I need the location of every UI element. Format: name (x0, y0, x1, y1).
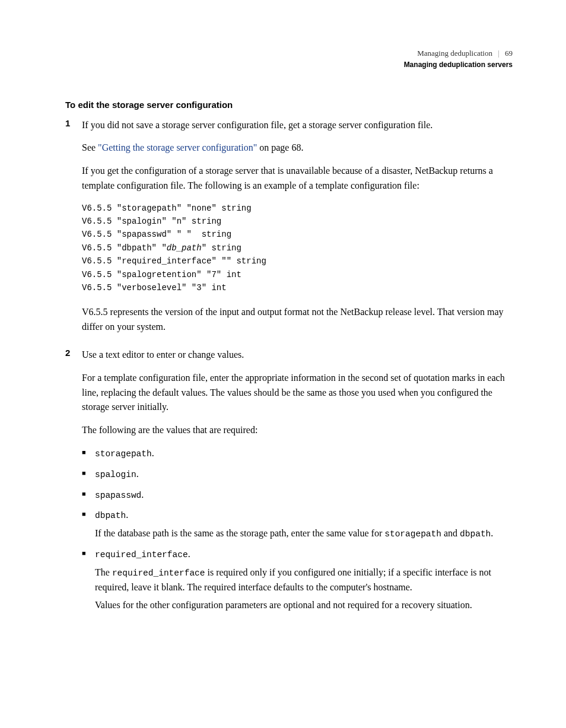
step-2-p1: Use a text editor to enter or change val… (82, 348, 513, 363)
dot: . (141, 489, 144, 500)
step-2: 2 Use a text editor to enter or change v… (65, 348, 513, 619)
chapter-title: Managing deduplication (417, 49, 492, 58)
step-1-p1: If you did not save a storage server con… (82, 118, 513, 133)
step-2-p2: For a template configuration file, enter… (82, 371, 513, 415)
code-line-4a: V6.5.5 "dbpath" " (82, 243, 167, 253)
code-line-6: V6.5.5 "spalogretention" "7" int (82, 270, 241, 279)
section-title-header: Managing deduplication servers (65, 59, 513, 70)
see-prefix: See (82, 142, 98, 152)
list-item-storagepath: storagepath. (82, 446, 513, 461)
ri-note-a: The (95, 567, 112, 577)
step-1: 1 If you did not save a storage server c… (65, 118, 513, 344)
page: Managing deduplication | 69 Managing ded… (0, 0, 566, 728)
dot: . (152, 448, 154, 458)
code-required-interface-inline: required_interface (112, 568, 205, 578)
code-storagepath-inline: storagepath (384, 529, 441, 539)
dot: . (136, 469, 139, 479)
code-line-1: V6.5.5 "storagepath" "none" string (82, 204, 252, 213)
list-item-spapasswd: spapasswd. (82, 488, 513, 503)
step-1-p4: V6.5.5 represents the version of the inp… (82, 305, 513, 335)
step-1-p3: If you get the configuration of a storag… (82, 164, 513, 193)
code-spapasswd: spapasswd (95, 491, 141, 500)
code-spalogin: spalogin (95, 470, 136, 479)
link-getting-storage-config[interactable]: "Getting the storage server configuratio… (98, 142, 257, 152)
header-divider: | (494, 49, 503, 58)
required-interface-note2: Values for the other configuration param… (95, 598, 513, 613)
dot: . (491, 528, 493, 538)
dbpath-note-and: and (441, 528, 460, 538)
dot: . (126, 510, 128, 520)
code-line-4c: " string (202, 243, 241, 253)
dbpath-note: If the database path is the same as the … (95, 526, 513, 541)
page-number: 69 (505, 49, 513, 58)
dbpath-note-a: If the database path is the same as the … (95, 528, 384, 538)
list-item-dbpath: dbpath. If the database path is the same… (82, 508, 513, 541)
code-line-2: V6.5.5 "spalogin" "n" string (82, 217, 221, 226)
code-line-7: V6.5.5 "verboselevel" "3" int (82, 283, 227, 293)
code-dbpath-inline: dbpath (460, 529, 491, 539)
procedure-title: To edit the storage server configuration (65, 100, 513, 110)
step-2-content: Use a text editor to enter or change val… (82, 348, 513, 619)
code-line-3: V6.5.5 "spapasswd" " " string (82, 230, 231, 239)
code-line-4b: db_path (167, 243, 202, 253)
step-number: 2 (65, 348, 82, 619)
step-1-content: If you did not save a storage server con… (82, 118, 513, 344)
required-values-list: storagepath. spalogin. spapasswd. dbpath… (82, 446, 513, 613)
step-1-see-ref: See "Getting the storage server configur… (82, 141, 513, 155)
step-number: 1 (65, 118, 82, 344)
config-template-code: V6.5.5 "storagepath" "none" string V6.5.… (82, 202, 513, 295)
code-storagepath: storagepath (95, 449, 152, 459)
step-2-p3: The following are the values that are re… (82, 423, 513, 438)
header-top-line: Managing deduplication | 69 (65, 47, 513, 59)
page-header: Managing deduplication | 69 Managing ded… (65, 47, 513, 70)
list-item-spalogin: spalogin. (82, 467, 513, 482)
code-line-5: V6.5.5 "required_interface" "" string (82, 256, 266, 266)
code-required-interface: required_interface (95, 550, 188, 559)
required-interface-note1: The required_interface is required only … (95, 565, 513, 595)
dot: . (188, 549, 190, 559)
list-item-required-interface: required_interface. The required_interfa… (82, 547, 513, 613)
see-suffix: on page 68. (257, 142, 303, 152)
code-dbpath: dbpath (95, 511, 126, 520)
